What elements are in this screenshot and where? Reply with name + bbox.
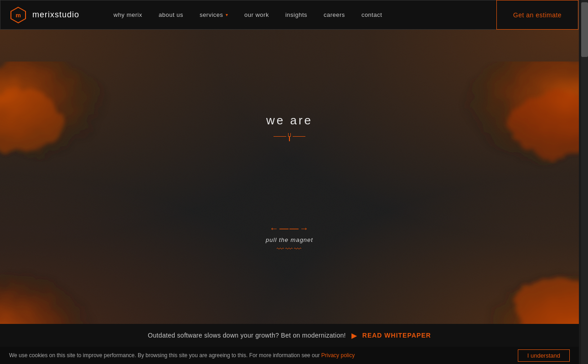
cookie-text: We use cookies on this site to improve p… <box>9 352 512 359</box>
svg-point-2 <box>0 62 109 157</box>
pull-arrow-icon: ←——→ <box>269 223 309 234</box>
nav-link-about-us[interactable]: about us <box>150 11 191 18</box>
get-estimate-button[interactable]: Get an estimate <box>496 0 578 30</box>
logo-text: merixstudio <box>32 10 79 20</box>
nav-link-contact[interactable]: contact <box>353 11 390 18</box>
svg-text:m: m <box>15 12 21 19</box>
cookie-bar: We use cookies on this site to improve p… <box>0 347 579 364</box>
nav-link-services[interactable]: services ▾ <box>191 11 236 18</box>
scrollbar-thumb[interactable] <box>581 2 588 57</box>
banner-text: Outdated software slows down your growth… <box>148 332 346 339</box>
nav-link-our-work[interactable]: our work <box>236 11 277 18</box>
banner-arrow-icon: ▶ <box>351 331 357 340</box>
we-are-text: we are <box>266 113 313 128</box>
navbar: m merixstudio why merix about us service… <box>0 0 579 30</box>
nav-link-careers[interactable]: careers <box>315 11 353 18</box>
hero-section: we are ←——→ pull the magnet 〰〰〰 200+ ful… <box>0 30 579 364</box>
nav-link-why-merix[interactable]: why merix <box>105 11 150 18</box>
svg-point-4 <box>460 62 579 162</box>
cookie-accept-button[interactable]: I understand <box>518 349 570 362</box>
nav-links: why merix about us services ▾ our work i… <box>101 11 496 18</box>
svg-point-3 <box>0 89 64 153</box>
cloud-top-right <box>433 62 579 171</box>
svg-point-5 <box>511 93 579 157</box>
hero-content: we are <box>266 113 313 141</box>
nav-link-insights[interactable]: insights <box>277 11 315 18</box>
cloud-top-left <box>0 62 137 162</box>
bottom-banner: Outdated software slows down your growth… <box>0 324 579 347</box>
services-dropdown-arrow: ▾ <box>226 12 228 17</box>
logo-area[interactable]: m merixstudio <box>0 6 101 24</box>
privacy-policy-link[interactable]: Privacy policy <box>321 352 355 359</box>
logo-icon: m <box>10 6 27 24</box>
read-whitepaper-link[interactable]: READ WHITEPAPER <box>362 332 431 339</box>
scrollbar[interactable] <box>581 0 588 364</box>
